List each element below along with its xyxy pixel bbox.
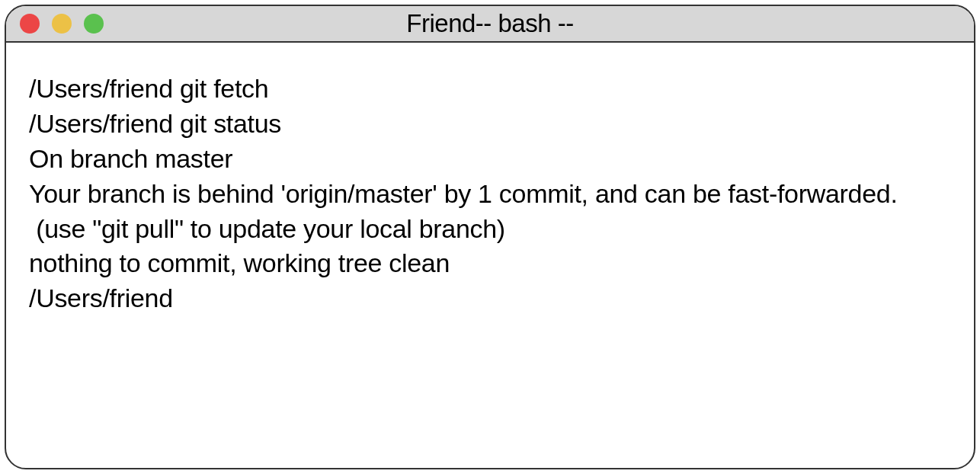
terminal-line: (use "git pull" to update your local bra…: [29, 212, 951, 247]
title-bar: Friend-- bash --: [6, 6, 974, 43]
terminal-line: Your branch is behind 'origin/master' by…: [29, 177, 951, 212]
terminal-line: nothing to commit, working tree clean: [29, 246, 951, 281]
traffic-lights: [20, 14, 104, 34]
terminal-line: /Users/friend git status: [29, 107, 951, 142]
minimize-button[interactable]: [52, 14, 72, 34]
window-title: Friend-- bash --: [406, 9, 573, 38]
maximize-button[interactable]: [84, 14, 104, 34]
terminal-body[interactable]: /Users/friend git fetch /Users/friend gi…: [6, 43, 974, 468]
terminal-line: /Users/friend: [29, 281, 951, 316]
terminal-line: /Users/friend git fetch: [29, 72, 951, 107]
terminal-window: Friend-- bash -- /Users/friend git fetch…: [5, 5, 975, 469]
terminal-line: On branch master: [29, 142, 951, 177]
close-button[interactable]: [20, 14, 40, 34]
